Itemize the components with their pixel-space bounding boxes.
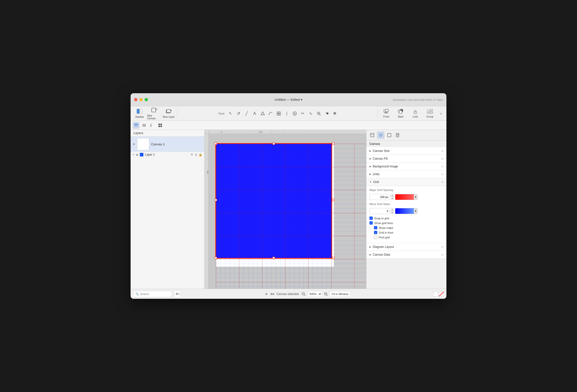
snap-to-grid-checkbox[interactable]: ✓ — [369, 217, 373, 220]
tool-chevron[interactable]: ⟨ — [283, 110, 291, 118]
canvas-area[interactable]: 0 100 100 — [205, 130, 366, 289]
canvas-data-section[interactable]: ▶ Canvas Data ≡ — [366, 251, 446, 259]
tool-pen[interactable]: ╱ — [243, 110, 251, 118]
panel-title: Canvas — [366, 141, 446, 147]
zoom-select[interactable]: 800% 400% 200% 100% 50% — [307, 291, 322, 297]
background-image-section[interactable]: ▶ Background Image ≡ — [366, 163, 446, 170]
fit-window-button[interactable]: Fit in Window — [330, 291, 351, 297]
close-button[interactable] — [134, 98, 137, 101]
tool-grid[interactable] — [275, 110, 283, 118]
layer-lock-icon[interactable]: 🔒 — [199, 153, 202, 156]
tool-rotate[interactable]: ↺ — [235, 110, 243, 118]
layer-play-icon[interactable]: ▶ — [136, 153, 138, 156]
minor-grid-up[interactable]: ▲ — [391, 208, 394, 211]
layer-print-icon[interactable]: 🖨 — [195, 153, 198, 156]
svg-rect-14 — [277, 114, 278, 115]
grid-menu[interactable]: ≡ — [441, 180, 443, 184]
search-box[interactable]: 🔍 — [133, 291, 172, 297]
canvas-fill-menu[interactable]: ≡ — [441, 157, 443, 161]
svg-rect-31 — [430, 109, 433, 111]
tree-view-button[interactable] — [149, 122, 156, 129]
major-grid-up[interactable]: ▲ — [391, 194, 394, 197]
arrange-group: Front Back — [379, 107, 437, 120]
tool-select[interactable]: ↖ — [227, 110, 235, 118]
fill-swatch[interactable] — [433, 291, 438, 297]
new-layer-button[interactable]: New Layer — [162, 107, 176, 120]
tool-cut[interactable]: ✂ — [299, 110, 307, 118]
group-button[interactable]: Group — [423, 107, 437, 120]
lock-button[interactable]: Lock — [408, 107, 422, 120]
zoom-in-button[interactable] — [323, 291, 329, 297]
gear-button[interactable]: ⚙ ▾ — [174, 290, 181, 298]
major-grid-spinner[interactable]: ▲ ▼ — [391, 194, 394, 200]
next-page-button[interactable]: ◀◀ — [269, 291, 274, 297]
diagram-layout-section[interactable]: ▶ Diagram Layout ≡ — [366, 243, 446, 251]
new-canvas-button[interactable]: New Canvas — [147, 107, 161, 120]
canvas-tab-style[interactable] — [377, 131, 384, 139]
major-grid-input[interactable] — [369, 194, 390, 200]
diagram-layout-menu[interactable]: ≡ — [441, 245, 443, 249]
show-grid-lines-row: ✓ Show grid lines — [369, 221, 443, 225]
svg-rect-149 — [388, 133, 391, 137]
maximize-button[interactable] — [145, 98, 148, 101]
units-menu[interactable]: ≡ — [441, 172, 443, 176]
show-major-checkbox[interactable]: ✓ — [374, 226, 377, 229]
tool-text[interactable]: A — [251, 110, 259, 118]
major-grid-down[interactable]: ▼ — [391, 197, 394, 200]
layer-edit-icon[interactable]: ✏ — [133, 153, 135, 156]
sidebar-button[interactable]: Sidebar — [133, 107, 147, 120]
tool-shape[interactable] — [259, 110, 267, 118]
minimize-button[interactable] — [139, 98, 143, 101]
expand-toolbar-button[interactable]: » — [437, 110, 444, 117]
grid-view-button[interactable] — [157, 122, 164, 129]
update-notice: download a new test build within 27 days — [393, 98, 443, 101]
minor-grid-spinner[interactable]: ▲ ▼ — [391, 208, 394, 214]
minor-grid-down[interactable]: ▼ — [391, 211, 394, 214]
tool-add[interactable] — [291, 110, 299, 118]
gear-icon: ⚙ — [175, 292, 178, 296]
canvas-tab-canvas[interactable] — [386, 131, 393, 139]
front-button[interactable]: Front — [379, 107, 393, 120]
layer-visibility-icon[interactable]: 👁 — [190, 153, 194, 156]
canvas-size-section[interactable]: ▶ Canvas Size ≡ — [366, 147, 446, 155]
tool-pan[interactable]: ✥ — [331, 110, 339, 118]
prev-page-button[interactable]: ◀ — [263, 291, 268, 297]
canvas-name: Canvas 1 — [151, 142, 165, 146]
canvas-size-menu[interactable]: ≡ — [441, 149, 443, 153]
svg-text:100: 100 — [207, 171, 209, 174]
stroke-swatch[interactable] — [439, 291, 444, 297]
tool-bezier[interactable] — [267, 110, 275, 118]
major-grid-color[interactable]: ▼ — [395, 194, 418, 200]
tool-zoom[interactable] — [315, 110, 323, 118]
canvas-tab-doc[interactable] — [394, 131, 402, 139]
canvas-tab-arrange[interactable] — [368, 131, 376, 139]
canvas-fill-section[interactable]: ▶ Canvas Fill ≡ — [366, 155, 446, 163]
minor-grid-input[interactable] — [369, 208, 390, 214]
canvas-data-menu[interactable]: ≡ — [441, 253, 443, 257]
minor-color-arrow: ▼ — [414, 208, 417, 214]
units-section[interactable]: ▶ Units ≡ — [366, 170, 446, 178]
print-grid-checkbox[interactable] — [374, 236, 377, 239]
layers-view-button[interactable] — [133, 122, 140, 129]
front-label: Front — [383, 115, 389, 118]
search-input[interactable] — [140, 292, 170, 296]
show-grid-lines-checkbox[interactable]: ✓ — [369, 221, 373, 225]
grid-chevron-icon: ▼ — [369, 181, 372, 183]
layers-sidebar: Layers ▼ Canvas 1 ✏ ▶ Layer 1 👁 🖨 🔒 — [131, 130, 205, 289]
minor-grid-color[interactable]: ▼ — [395, 208, 418, 214]
list-view-button[interactable] — [141, 122, 148, 129]
tool-wave[interactable]: ∿ — [307, 110, 315, 118]
back-button[interactable]: Back — [394, 107, 408, 120]
grid-in-front-checkbox[interactable]: ✓ — [374, 231, 377, 234]
canvas-item[interactable]: ▼ Canvas 1 — [131, 137, 204, 152]
svg-rect-12 — [277, 112, 278, 113]
svg-rect-28 — [399, 111, 402, 113]
canvas-blue-rect[interactable] — [216, 144, 331, 258]
grid-section: ▼ Grid ≡ Major Grid Spacing ▲ ▼ — [366, 178, 446, 243]
zoom-out-button[interactable] — [301, 291, 306, 297]
tool-hand[interactable]: ☚ — [323, 110, 331, 118]
sidebar-group: Sidebar New Canvas — [133, 107, 176, 120]
window-title: Untitled — Edited ▾ — [274, 98, 303, 102]
grid-section-header[interactable]: ▼ Grid ≡ — [366, 178, 446, 186]
bg-image-menu[interactable]: ≡ — [441, 164, 443, 168]
